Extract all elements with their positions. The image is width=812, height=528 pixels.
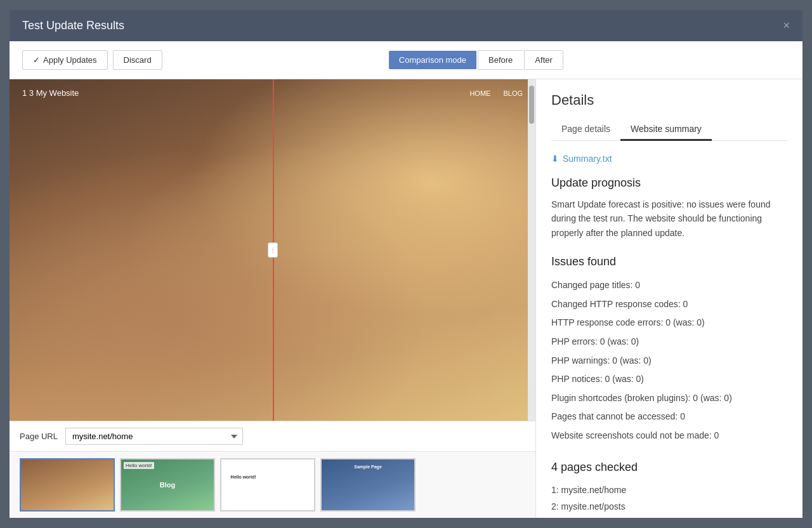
issues-found-section: Issues found Changed page titles: 0 Chan… [551, 255, 787, 445]
pages-checked-section: 4 pages checked 1: mysite.net/home 2: my… [551, 461, 787, 518]
page-item: 1: mysite.net/home [551, 482, 787, 498]
issues-list: Changed page titles: 0 Changed HTTP resp… [551, 276, 787, 445]
comparison-mode-button[interactable]: Comparison mode [389, 51, 476, 69]
preview-nav-home: HOME [469, 89, 490, 97]
issue-item: PHP notices: 0 (was: 0) [551, 370, 787, 389]
tab-website-summary[interactable]: Website summary [620, 119, 712, 141]
summary-link-label: Summary.txt [563, 154, 612, 164]
prognosis-heading: Update prognosis [551, 176, 787, 190]
right-panel: Details Page details Website summary ⬇ S… [536, 79, 802, 518]
close-icon[interactable]: × [783, 19, 790, 32]
page-url-bar: Page URL mysite.net/home mysite.net/post… [10, 421, 535, 451]
scrollbar-thumb [529, 86, 534, 124]
scrollbar[interactable] [528, 79, 535, 421]
issue-item: HTTP response code errors: 0 (was: 0) [551, 314, 787, 333]
issue-item: Pages that cannot be accessed: 0 [551, 407, 787, 426]
thumbnail-4[interactable]: Sample Page [320, 458, 416, 512]
divider-handle[interactable]: ⋮ [268, 242, 278, 258]
preview-nav-blog: BLOG [503, 89, 523, 97]
preview-brand: 1 3 My Website [22, 88, 79, 98]
issue-item: Plugin shortcodes (broken plugins): 0 (w… [551, 389, 787, 408]
issues-heading: Issues found [551, 255, 787, 268]
preview-nav-links: HOME BLOG [469, 89, 523, 97]
page-url-select[interactable]: mysite.net/home mysite.net/posts mysite.… [65, 428, 243, 445]
prognosis-text: Smart Update forecast is positive: no is… [551, 197, 787, 240]
issue-item: Changed page titles: 0 [551, 276, 787, 295]
page-item: 2: mysite.net/posts [551, 498, 787, 515]
thumb-bg-bear [21, 459, 114, 510]
modal-body: 1 3 My Website HOME BLOG ⋮ Page URL [10, 79, 802, 518]
thumb-hello-label: Hello world! [231, 475, 256, 479]
apply-updates-button[interactable]: ✓ Apply Updates [22, 50, 108, 70]
download-icon: ⬇ [551, 154, 559, 164]
tab-page-details[interactable]: Page details [551, 119, 620, 141]
pages-list: 1: mysite.net/home 2: mysite.net/posts 3… [551, 482, 787, 518]
thumb-bg-hello: Hello world! [221, 459, 314, 510]
issue-item: Website screenshots could not be made: 0 [551, 426, 787, 446]
modal-header: Test Update Results × [10, 10, 802, 41]
thumb-sample-label: Sample Page [354, 465, 382, 469]
tabs-row: Page details Website summary [551, 119, 787, 141]
modal-title: Test Update Results [22, 19, 124, 32]
after-button[interactable]: After [524, 50, 563, 70]
issue-item: PHP errors: 0 (was: 0) [551, 333, 787, 352]
issue-item: PHP warnings: 0 (was: 0) [551, 352, 787, 371]
thumbnail-2[interactable]: Blog Hello world! [120, 458, 215, 512]
modal: Test Update Results × ✓ Apply Updates Di… [10, 10, 802, 518]
thumbnail-1[interactable] [20, 458, 115, 512]
thumbnail-3[interactable]: Hello world! [220, 458, 315, 512]
toolbar-left: ✓ Apply Updates Discard [22, 50, 162, 70]
website-preview: 1 3 My Website HOME BLOG ⋮ [10, 79, 535, 421]
preview-area: 1 3 My Website HOME BLOG ⋮ [10, 79, 535, 421]
thumbnails-bar: Blog Hello world! Hello world! Sample Pa… [10, 451, 535, 518]
before-button[interactable]: Before [478, 50, 523, 70]
checkmark-icon: ✓ [33, 55, 40, 65]
thumb-bg-sample: Sample Page [322, 459, 414, 510]
thumb-blog-label: Blog [160, 481, 175, 489]
thumb-2-label: Hello world! [124, 462, 154, 469]
summary-download-link[interactable]: ⬇ Summary.txt [551, 154, 787, 164]
details-title: Details [551, 92, 787, 109]
issue-item: Changed HTTP response codes: 0 [551, 295, 787, 314]
update-prognosis-section: Update prognosis Smart Update forecast i… [551, 176, 787, 240]
pages-count-heading: 4 pages checked [551, 461, 787, 474]
discard-button[interactable]: Discard [113, 50, 162, 70]
page-url-label: Page URL [20, 432, 58, 441]
left-panel: 1 3 My Website HOME BLOG ⋮ Page URL [10, 79, 536, 518]
view-mode-controls: Comparison mode Before After [162, 50, 790, 70]
page-item: 3: mysite.net/contact [551, 515, 787, 518]
toolbar: ✓ Apply Updates Discard Comparison mode … [10, 41, 802, 79]
